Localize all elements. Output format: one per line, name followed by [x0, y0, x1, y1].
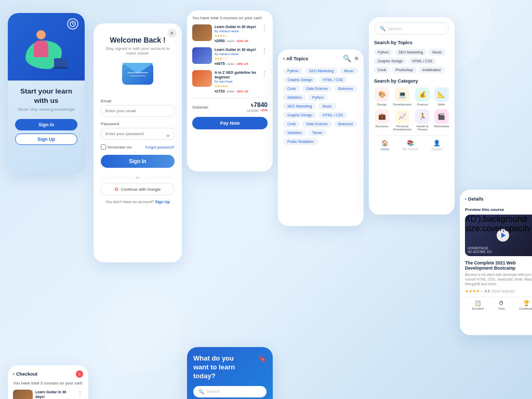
- time-icon: ⏱: [499, 300, 504, 306]
- cart-thumb-3: [192, 70, 212, 87]
- cart-item-3: A to Z SEO guideline for beginner By Nei…: [192, 70, 268, 94]
- tag-seo[interactable]: SEO Marketing: [395, 49, 427, 56]
- cat-finance[interactable]: 💰 Finance: [415, 87, 431, 106]
- pay-now-btn-2[interactable]: Pay Now: [192, 117, 268, 129]
- cat-math[interactable]: 📐 Math: [433, 87, 449, 106]
- design-icon: 🎨: [375, 87, 389, 102]
- topic-buisness-1[interactable]: Buisness: [334, 85, 357, 92]
- topic-graphic-1[interactable]: Graphic Design: [283, 76, 316, 83]
- remember-me-checkbox[interactable]: [101, 144, 106, 150]
- nav-my-course[interactable]: 📚 My Course: [403, 140, 418, 151]
- welcome-title: Welcome Back !: [101, 36, 175, 44]
- course-preview-video[interactable]: XD');background-size:cover;opacity:0.4;"…: [465, 215, 532, 256]
- tag-html[interactable]: HTML / CSS: [408, 58, 436, 64]
- checkout-subtitle: You have total 3 courses on your cart!: [13, 381, 83, 385]
- nav-certificate[interactable]: 🏆 Certificate: [519, 300, 532, 310]
- topic-seo-2[interactable]: SEO Marketing: [283, 103, 316, 110]
- nav-enrolled[interactable]: 📋 Enrolled: [472, 300, 484, 310]
- topic-statistics-1[interactable]: Statistics: [283, 94, 306, 101]
- checkout-back-btn[interactable]: ‹ Checkout: [13, 371, 37, 377]
- cat-business[interactable]: 💼 Business: [374, 109, 390, 131]
- topic-music-1[interactable]: Music: [340, 68, 357, 74]
- show-password-icon[interactable]: 👁: [166, 134, 170, 139]
- cart-menu-3[interactable]: ⋮: [261, 70, 268, 77]
- finance-icon: 💰: [415, 87, 430, 102]
- cart-subtitle: You have total 3 courses on your cart!: [192, 16, 268, 20]
- forgot-password-link[interactable]: Forgot password?: [145, 145, 175, 149]
- topic-python-2[interactable]: Python: [308, 94, 328, 101]
- course-title-1: Learn Guitar in 30 days!: [35, 390, 74, 399]
- topic-music-2[interactable]: Music: [318, 103, 336, 110]
- learn-subtitle: Never stop seeking knowledge: [15, 107, 77, 112]
- topic-python-1[interactable]: Python: [283, 68, 303, 74]
- topic-datascience-2[interactable]: Data Science: [302, 121, 332, 127]
- topic-graphic-2[interactable]: Graphic Design: [283, 112, 316, 118]
- topic-datascience-1[interactable]: Data Science: [302, 85, 332, 92]
- screen-checkout: ‹ Checkout 3 You have total 3 courses on…: [8, 365, 88, 399]
- filter-icon[interactable]: ≡: [354, 55, 358, 62]
- screen-search-topics: 🔍 Search Search by Topics Python SEO Mar…: [369, 17, 455, 215]
- learn-search-bar[interactable]: 🔍 Search: [193, 386, 267, 397]
- cart-thumb-1: [192, 24, 212, 41]
- google-signin-btn[interactable]: G Continue with Google: [101, 183, 175, 195]
- search-placeholder: Search: [207, 389, 220, 394]
- cat-development[interactable]: 💻 Development: [393, 87, 411, 106]
- email-label: Email: [101, 99, 175, 103]
- learn-today-title: What do you want to learn today?: [193, 354, 245, 381]
- screen-welcome-back: ✕ Welcome Back ! Stay signed in with you…: [94, 23, 182, 262]
- tag-python[interactable]: Python: [374, 49, 393, 56]
- search-placeholder-main: Search: [388, 26, 401, 31]
- details-back-btn[interactable]: ‹ Details: [465, 196, 484, 202]
- topic-seo-1[interactable]: SEO Marketing: [305, 68, 338, 74]
- cat-multimedia[interactable]: 🎬 Multimedia: [433, 109, 449, 131]
- signup-link[interactable]: Sign Up: [155, 200, 170, 204]
- all-topics-back[interactable]: ‹ All Topics: [283, 56, 308, 61]
- tag-photoshop[interactable]: Photoshop: [392, 66, 416, 73]
- nav-home[interactable]: 🏠 Home: [381, 140, 389, 151]
- search-icon-topics[interactable]: 🔍: [343, 55, 351, 62]
- certificate-icon: 🏆: [523, 300, 529, 306]
- search-bar[interactable]: 🔍 Search: [374, 22, 449, 35]
- signin-button[interactable]: Sign in: [15, 119, 77, 130]
- detail-rating: 4.5: [485, 289, 490, 293]
- signup-button[interactable]: Sign Up: [15, 134, 77, 145]
- close-button[interactable]: ✕: [167, 29, 177, 38]
- topic-public[interactable]: Public Realation: [283, 138, 318, 145]
- signin-btn[interactable]: Sign In: [101, 155, 175, 168]
- nav-account[interactable]: 👤 Account: [431, 140, 443, 151]
- cat-design[interactable]: 🎨 Design: [374, 87, 390, 106]
- search-icon: 🔍: [198, 389, 204, 394]
- topic-html-2[interactable]: HTML / CSS: [318, 112, 347, 118]
- password-label: Password: [101, 122, 175, 126]
- cart-menu-1[interactable]: ⋮: [261, 24, 268, 32]
- cat-personal-dev[interactable]: 📈 Personal Development: [393, 109, 411, 131]
- tag-meditation[interactable]: meditcation: [419, 66, 445, 73]
- cart-menu-2[interactable]: ⋮: [261, 47, 268, 55]
- hero-illustration: [23, 22, 70, 72]
- topic-buisness-2[interactable]: Buisness: [334, 121, 357, 127]
- nav-time[interactable]: ⏱ Time: [498, 300, 504, 310]
- no-account-text: You don't Have an account? Sign Up: [101, 200, 175, 204]
- course-menu-1[interactable]: ⋮: [77, 390, 83, 397]
- topic-cook-1[interactable]: Cook: [283, 85, 300, 92]
- personal-dev-icon: 📈: [395, 109, 409, 124]
- tag-graphic[interactable]: Graphic Design: [374, 58, 406, 64]
- topic-cook-2[interactable]: Cook: [283, 121, 300, 127]
- password-input[interactable]: [101, 128, 175, 140]
- topic-html-1[interactable]: HTML / CSS: [318, 76, 347, 83]
- tag-cook[interactable]: Cook: [374, 66, 390, 73]
- divider-or: or: [101, 175, 175, 180]
- screen-course-details: ‹ Details ⋯ Preview this course XD');bac…: [460, 190, 532, 335]
- bookmark-icon[interactable]: 🔖: [258, 354, 267, 363]
- welcome-subtitle: Stay signed in with your account to make…: [101, 46, 175, 56]
- mycourse-icon: 📚: [407, 140, 414, 147]
- multimedia-icon: 🎬: [434, 109, 449, 124]
- home-icon: 🏠: [381, 140, 389, 147]
- email-input[interactable]: [101, 105, 175, 117]
- topic-tarvel[interactable]: Tarvel: [308, 129, 326, 136]
- health-icon: 🏃: [415, 109, 430, 124]
- topic-statistics-2[interactable]: Statistics: [283, 129, 306, 136]
- cat-health[interactable]: 🏃 Health & Fitness: [415, 109, 431, 131]
- enrolled-icon: 📋: [475, 300, 481, 306]
- tag-music[interactable]: Music: [429, 49, 445, 56]
